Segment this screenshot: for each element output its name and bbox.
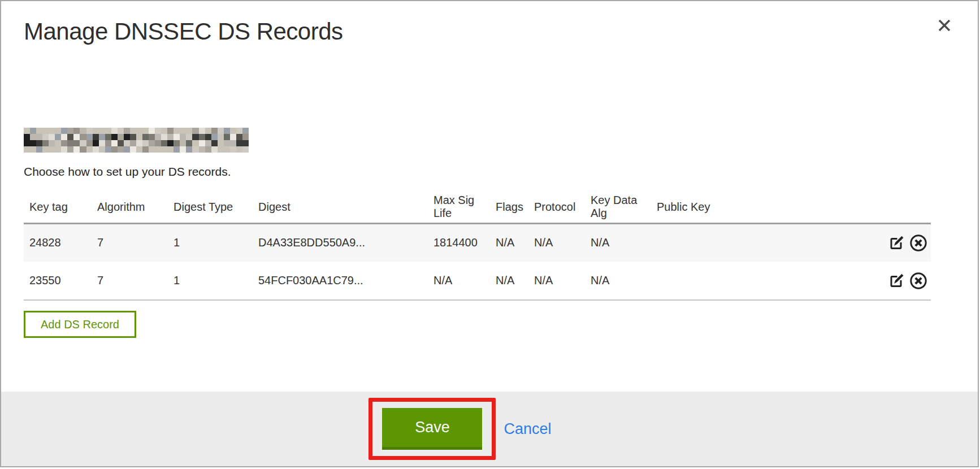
cell-key-tag: 24828	[24, 223, 92, 262]
remove-record-button[interactable]	[909, 272, 927, 290]
remove-icon	[909, 234, 927, 252]
remove-record-button[interactable]	[909, 234, 927, 252]
cell-flags: N/A	[490, 223, 528, 262]
cell-protocol: N/A	[528, 262, 585, 300]
footer-buttons: Save Cancel	[368, 398, 551, 460]
ds-records-table: Key tag Algorithm Digest Type Digest Max…	[24, 192, 931, 301]
edit-icon	[888, 234, 905, 251]
remove-icon	[909, 272, 927, 290]
cell-algorithm: 7	[92, 262, 168, 300]
col-max-sig-life: Max Sig Life	[428, 192, 490, 223]
col-key-tag: Key tag	[24, 192, 92, 223]
table-row: 23550 7 1 54FCF030AA1C79... N/A N/A N/A …	[24, 262, 931, 300]
cell-public-key	[651, 223, 874, 262]
cell-key-tag: 23550	[24, 262, 92, 300]
col-digest: Digest	[253, 192, 428, 223]
cell-algorithm: 7	[92, 223, 168, 262]
col-public-key: Public Key	[651, 192, 874, 223]
col-actions	[874, 192, 931, 223]
col-digest-type: Digest Type	[168, 192, 253, 223]
close-button[interactable]	[937, 18, 952, 33]
save-button[interactable]: Save	[382, 408, 482, 450]
modal-footer: Save Cancel	[1, 392, 978, 466]
cell-protocol: N/A	[528, 223, 585, 262]
edit-icon	[888, 272, 905, 289]
col-key-data-alg: Key Data Alg	[585, 192, 651, 223]
col-protocol: Protocol	[528, 192, 585, 223]
cell-digest-type: 1	[168, 262, 253, 300]
edit-record-button[interactable]	[888, 272, 905, 289]
cell-flags: N/A	[490, 262, 528, 300]
add-ds-record-button[interactable]: Add DS Record	[24, 311, 136, 338]
modal-body: Manage DNSSEC DS Records Choose how to s…	[1, 1, 978, 393]
cell-digest-type: 1	[168, 223, 253, 262]
cell-max-sig-life: N/A	[428, 262, 490, 300]
edit-record-button[interactable]	[888, 234, 905, 251]
annotation-highlight-box: Save	[368, 398, 496, 460]
redacted-domain	[24, 128, 249, 153]
table-header-row: Key tag Algorithm Digest Type Digest Max…	[24, 192, 931, 223]
table-row: 24828 7 1 D4A33E8DD550A9... 1814400 N/A …	[24, 223, 931, 262]
cell-max-sig-life: 1814400	[428, 223, 490, 262]
col-algorithm: Algorithm	[92, 192, 168, 223]
cancel-link[interactable]: Cancel	[504, 420, 551, 438]
cell-key-data-alg: N/A	[585, 223, 651, 262]
modal-title: Manage DNSSEC DS Records	[24, 1, 953, 45]
manage-dnssec-modal: Manage DNSSEC DS Records Choose how to s…	[0, 0, 979, 467]
cell-key-data-alg: N/A	[585, 262, 651, 300]
cell-digest: 54FCF030AA1C79...	[253, 262, 428, 300]
cell-digest: D4A33E8DD550A9...	[253, 223, 428, 262]
col-flags: Flags	[490, 192, 528, 223]
close-icon	[937, 18, 952, 33]
intro-text: Choose how to set up your DS records.	[24, 165, 953, 179]
cell-public-key	[651, 262, 874, 300]
